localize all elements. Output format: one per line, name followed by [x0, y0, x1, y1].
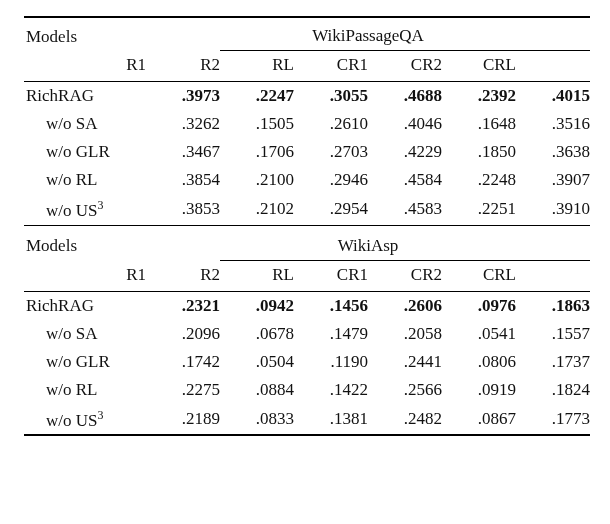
cell-value: .2058	[368, 320, 442, 348]
column-header-crl: CRL	[442, 261, 516, 292]
column-header-models: Models	[24, 17, 146, 51]
table-row: w/o GLR.3467.1706.2703.4229.1850.3638	[24, 138, 590, 166]
cell-value: .3910	[516, 194, 590, 225]
cell-value: .1742	[146, 348, 220, 376]
cell-value: .0919	[442, 376, 516, 404]
model-name: w/o SA	[24, 110, 146, 138]
cell-value: .0884	[220, 376, 294, 404]
cell-value: .1505	[220, 110, 294, 138]
column-header-r2: R2	[146, 51, 220, 82]
cell-value: .0678	[220, 320, 294, 348]
cell-value: .1190	[294, 348, 368, 376]
column-header-cr1: CR1	[294, 51, 368, 82]
cell-value: .2096	[146, 320, 220, 348]
cell-value: .0504	[220, 348, 294, 376]
ablation-table: ModelsWikiPassageQAR1R2RLCR1CR2CRLRichRA…	[24, 16, 590, 436]
cell-value: .2100	[220, 166, 294, 194]
cell-value: .1422	[294, 376, 368, 404]
cell-value: .2392	[442, 82, 516, 110]
column-header-rl: RL	[220, 51, 294, 82]
cell-value: .3516	[516, 110, 590, 138]
model-name: w/o SA	[24, 320, 146, 348]
table-row: w/o GLR.1742.0504.1190.2441.0806.1737	[24, 348, 590, 376]
cell-value: .0541	[442, 320, 516, 348]
table-row: w/o RL.3854.2100.2946.4584.2248.3907	[24, 166, 590, 194]
cell-value: .2247	[220, 82, 294, 110]
cell-value: .4584	[368, 166, 442, 194]
cell-value: .1737	[516, 348, 590, 376]
cell-value: .3853	[146, 194, 220, 225]
cell-value: .2610	[294, 110, 368, 138]
cell-value: .1773	[516, 404, 590, 435]
cell-value: .4583	[368, 194, 442, 225]
cell-value: .2606	[368, 292, 442, 320]
cell-value: .1850	[442, 138, 516, 166]
model-name: w/o GLR	[24, 348, 146, 376]
model-name: w/o US3	[24, 194, 146, 225]
column-header-rl: RL	[220, 261, 294, 292]
cell-value: .2321	[146, 292, 220, 320]
cell-value: .2102	[220, 194, 294, 225]
cell-value: .2189	[146, 404, 220, 435]
cell-value: .1381	[294, 404, 368, 435]
table-row: RichRAG.3973.2247.3055.4688.2392.4015	[24, 82, 590, 110]
column-header-r2: R2	[146, 261, 220, 292]
table-row: w/o RL.2275.0884.1422.2566.0919.1824	[24, 376, 590, 404]
cell-value: .3262	[146, 110, 220, 138]
table-row: w/o SA.3262.1505.2610.4046.1648.3516	[24, 110, 590, 138]
column-header-cr2: CR2	[368, 51, 442, 82]
column-header-r1: R1	[24, 261, 146, 292]
column-header-crl: CRL	[442, 51, 516, 82]
column-header-cr1: CR1	[294, 261, 368, 292]
cell-value: .1706	[220, 138, 294, 166]
column-header-models: Models	[24, 225, 146, 261]
dataset-title: WikiAsp	[146, 225, 590, 260]
cell-value: .0942	[220, 292, 294, 320]
cell-value: .2946	[294, 166, 368, 194]
model-name: w/o RL	[24, 376, 146, 404]
model-name: w/o US3	[24, 404, 146, 435]
cell-value: .3907	[516, 166, 590, 194]
cell-value: .2251	[442, 194, 516, 225]
cell-value: .1824	[516, 376, 590, 404]
cell-value: .3467	[146, 138, 220, 166]
cell-value: .3055	[294, 82, 368, 110]
column-header-r1: R1	[24, 51, 146, 82]
cell-value: .2703	[294, 138, 368, 166]
cell-value: .2954	[294, 194, 368, 225]
model-name: w/o RL	[24, 166, 146, 194]
cell-value: .1648	[442, 110, 516, 138]
cell-value: .1479	[294, 320, 368, 348]
cell-value: .2275	[146, 376, 220, 404]
column-header-cr2: CR2	[368, 261, 442, 292]
cell-value: .0806	[442, 348, 516, 376]
dataset-title: WikiPassageQA	[146, 17, 590, 51]
table-row: RichRAG.2321.0942.1456.2606.0976.1863	[24, 292, 590, 320]
model-name: RichRAG	[24, 82, 146, 110]
table-row: w/o US3.2189.0833.1381.2482.0867.1773	[24, 404, 590, 435]
table-row: w/o SA.2096.0678.1479.2058.0541.1557	[24, 320, 590, 348]
cell-value: .3638	[516, 138, 590, 166]
model-name: w/o GLR	[24, 138, 146, 166]
cell-value: .2441	[368, 348, 442, 376]
cell-value: .0976	[442, 292, 516, 320]
cell-value: .3973	[146, 82, 220, 110]
cell-value: .4015	[516, 82, 590, 110]
cell-value: .0867	[442, 404, 516, 435]
cell-value: .2248	[442, 166, 516, 194]
cell-value: .1863	[516, 292, 590, 320]
cell-value: .2566	[368, 376, 442, 404]
cell-value: .0833	[220, 404, 294, 435]
cell-value: .3854	[146, 166, 220, 194]
cell-value: .2482	[368, 404, 442, 435]
table-row: w/o US3.3853.2102.2954.4583.2251.3910	[24, 194, 590, 225]
cell-value: .4046	[368, 110, 442, 138]
cell-value: .4229	[368, 138, 442, 166]
model-name: RichRAG	[24, 292, 146, 320]
cell-value: .1456	[294, 292, 368, 320]
cell-value: .1557	[516, 320, 590, 348]
cell-value: .4688	[368, 82, 442, 110]
